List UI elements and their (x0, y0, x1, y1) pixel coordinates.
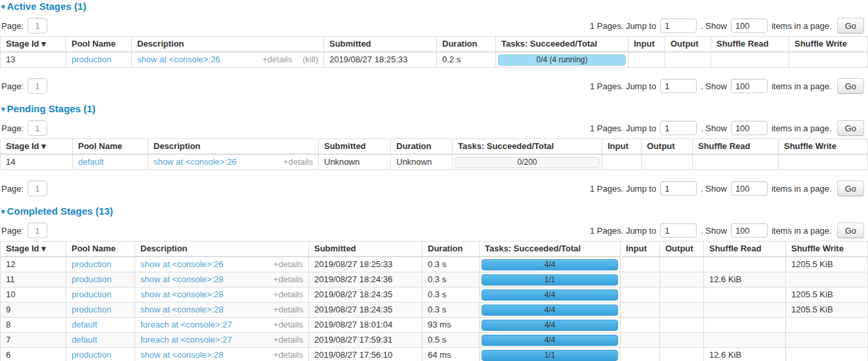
column-header[interactable]: Input (629, 37, 665, 53)
shuffle-write-cell (786, 333, 868, 348)
pool-name-link[interactable]: default (78, 157, 104, 167)
input-cell (629, 52, 665, 68)
tasks-cell: 0/200 (453, 154, 602, 170)
stage-id-cell: 6 (1, 348, 66, 361)
details-toggle[interactable]: +details (274, 305, 303, 314)
column-header[interactable]: Pool Name (73, 139, 148, 155)
pool-name-link[interactable]: default (72, 335, 97, 345)
details-toggle[interactable]: +details (262, 55, 292, 64)
column-header[interactable]: Shuffle Read (704, 242, 786, 257)
kill-link[interactable]: (kill) (302, 55, 318, 64)
details-toggle[interactable]: +details (274, 275, 303, 284)
completed-stages-title[interactable]: ▾Completed Stages (13) (1, 206, 868, 217)
column-header[interactable]: Submitted (319, 139, 391, 155)
pool-name-link[interactable]: production (72, 305, 112, 314)
go-button[interactable]: Go (837, 180, 864, 196)
column-header[interactable]: Input (602, 139, 642, 155)
go-button[interactable]: Go (837, 120, 864, 136)
details-toggle[interactable]: +details (283, 158, 313, 167)
page-jump-controls: 1 Pages. Jump to . Show items in a page.… (586, 78, 864, 94)
stage-description-link[interactable]: foreach at <console>:27 (140, 320, 274, 329)
pool-name-link[interactable]: production (72, 274, 112, 284)
go-button[interactable]: Go (837, 18, 864, 33)
column-header[interactable]: Duration (437, 37, 496, 53)
stage-description-link[interactable]: foreach at <console>:27 (140, 335, 274, 345)
pool-name-link[interactable]: production (72, 289, 112, 299)
active-stages-title[interactable]: ▾Active Stages (1) (1, 1, 868, 12)
page-number-input[interactable] (28, 78, 47, 94)
page-size-input[interactable] (731, 121, 768, 135)
stage-description-link[interactable]: show at <console>:28 (140, 275, 274, 284)
column-header[interactable]: Description (135, 242, 309, 257)
column-header[interactable]: Shuffle Write (786, 242, 868, 257)
stage-description-link[interactable]: show at <console>:26 (137, 55, 262, 64)
column-header[interactable]: Pool Name (66, 37, 132, 53)
pages-count-label: 1 Pages. Jump to (590, 21, 656, 31)
column-header[interactable]: Description (132, 37, 324, 53)
page-size-input[interactable] (731, 79, 768, 93)
pool-name-link[interactable]: production (72, 259, 112, 269)
page-label: Page: (1, 21, 24, 31)
column-header[interactable]: Shuffle Write (779, 139, 868, 155)
column-header[interactable]: Tasks: Succeeded/Total (453, 139, 602, 155)
page-number-input[interactable] (28, 180, 47, 196)
column-header[interactable]: Submitted (309, 242, 423, 257)
column-header[interactable]: Duration (423, 242, 480, 257)
stage-description-link[interactable]: show at <console>:28 (140, 305, 274, 314)
details-toggle[interactable]: +details (274, 350, 303, 360)
stage-description-link[interactable]: show at <console>:26 (154, 158, 283, 167)
column-header[interactable]: Duration (391, 139, 453, 155)
column-header[interactable]: Input (621, 242, 660, 257)
page-number-input[interactable] (28, 120, 47, 136)
stage-description-link[interactable]: show at <console>:28 (140, 350, 274, 360)
stage-id-cell: 13 (1, 52, 66, 68)
details-toggle[interactable]: +details (274, 335, 303, 345)
column-header[interactable]: Pool Name (66, 242, 135, 257)
page-size-input[interactable] (731, 223, 768, 238)
pool-name-link[interactable]: default (72, 320, 97, 329)
output-cell (660, 272, 704, 287)
column-header[interactable]: Shuffle Read (711, 37, 789, 53)
jump-to-page-input[interactable] (660, 223, 697, 238)
tasks-cell: 0/4 (4 running) (496, 52, 629, 68)
column-header[interactable]: Output (665, 37, 711, 53)
pool-name-link[interactable]: production (72, 54, 112, 64)
pool-name-cell: production (66, 52, 132, 68)
details-toggle[interactable]: +details (274, 290, 303, 299)
column-header[interactable]: Stage Id ▾ (1, 139, 73, 155)
column-header[interactable]: Output (642, 139, 693, 155)
pending-stages-title[interactable]: ▾Pending Stages (1) (1, 104, 868, 114)
submitted-cell: Unknown (319, 154, 391, 170)
collapse-caret-icon: ▾ (1, 206, 5, 217)
go-button[interactable]: Go (837, 78, 864, 94)
details-toggle[interactable]: +details (274, 260, 303, 269)
jump-to-page-input[interactable] (660, 121, 697, 135)
details-toggle[interactable]: +details (274, 320, 303, 329)
jump-to-page-input[interactable] (660, 181, 697, 196)
column-header[interactable]: Tasks: Succeeded/Total (496, 37, 629, 53)
column-header[interactable]: Submitted (324, 37, 437, 53)
go-button[interactable]: Go (837, 223, 864, 238)
column-header[interactable]: Description (148, 139, 319, 155)
completed-stages-section: ▾Completed Stages (13) Page: 1 Pages. Ju… (0, 206, 868, 361)
column-header[interactable]: Stage Id ▾ (1, 242, 66, 257)
page-number-input[interactable] (28, 18, 47, 33)
column-header[interactable]: Shuffle Write (789, 37, 868, 53)
output-cell (642, 154, 693, 170)
stages-page: ▾Active Stages (1) Page: 1 Pages. Jump t… (0, 1, 868, 361)
page-number-input[interactable] (28, 223, 47, 238)
pool-name-link[interactable]: production (72, 350, 112, 360)
jump-to-page-input[interactable] (660, 18, 697, 33)
column-header[interactable]: Shuffle Read (693, 139, 779, 155)
page-size-input[interactable] (731, 18, 768, 33)
column-header[interactable]: Output (660, 242, 704, 257)
stage-description-link[interactable]: show at <console>:26 (140, 260, 274, 269)
submitted-cell: 2019/08/27 17:56:10 (309, 348, 423, 361)
table-row: 11 production show at <console>:28 +deta… (1, 272, 868, 287)
pagination-bar-bottom: Page: 1 Pages. Jump to . Show items in a… (0, 180, 868, 197)
column-header[interactable]: Tasks: Succeeded/Total (480, 242, 621, 257)
page-size-input[interactable] (731, 181, 768, 196)
stage-description-link[interactable]: show at <console>:28 (140, 290, 274, 299)
column-header[interactable]: Stage Id ▾ (1, 37, 66, 53)
jump-to-page-input[interactable] (660, 79, 697, 93)
